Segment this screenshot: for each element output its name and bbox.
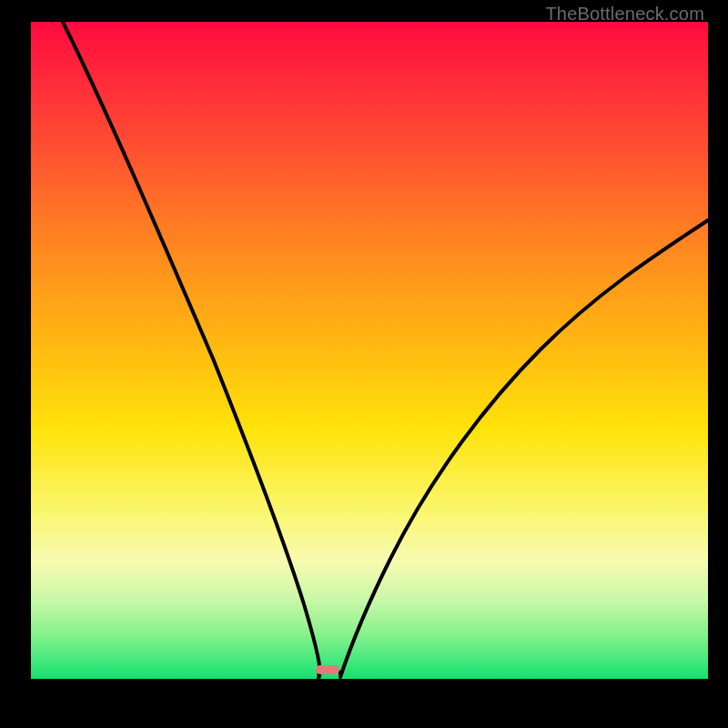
curve-right-path <box>340 220 708 677</box>
bottleneck-curve <box>31 22 708 679</box>
curve-left-path <box>63 22 320 679</box>
attribution-text: TheBottleneck.com <box>545 4 704 25</box>
plot-area <box>31 22 708 679</box>
optimal-marker <box>316 665 339 674</box>
chart-frame: TheBottleneck.com <box>0 0 728 728</box>
